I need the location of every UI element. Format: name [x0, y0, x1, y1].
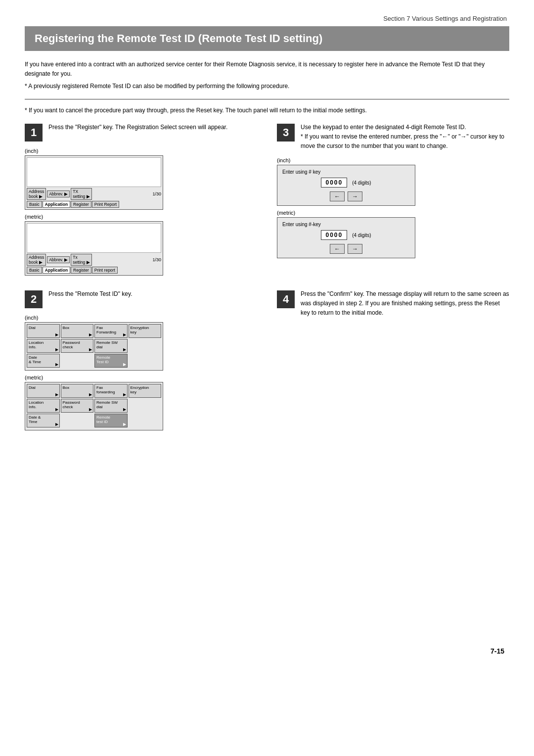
step-3-number: 3: [277, 124, 295, 142]
arrow-right-btn-metric[interactable]: →: [348, 244, 362, 254]
reg-register-tab: Register: [71, 201, 91, 208]
screen-label-metric-1: (metric): [25, 214, 257, 220]
reg-print-tab-m: Print report: [92, 267, 118, 274]
enter-label-metric: Enter using #-key: [282, 222, 410, 227]
digits-box-metric: 0000: [321, 230, 347, 240]
step-4-block: 4 Press the "Confirm" key. The message d…: [277, 289, 509, 434]
digits-desc-inch: (4 digits): [352, 180, 371, 186]
step-2-header: 2 Press the "Remote Test ID" key.: [25, 289, 257, 308]
app-cell-loc-m: LocationInfo.▶: [27, 399, 60, 413]
enter-screen-metric: Enter using #-key 0000 (4 digits) ← →: [277, 217, 415, 258]
reg-screen-inch-1: Addressbook ▶ Abbrev. ▶ TXsetting ▶ 1/30…: [25, 155, 163, 210]
reg-print-tab: Print Report: [92, 201, 119, 208]
app-cell-pwd-m: Passwordcheck▶: [61, 399, 94, 413]
intro-note: * A previously registered Remote Test ID…: [25, 82, 509, 91]
intro-paragraph: If you have entered into a contract with…: [25, 60, 509, 79]
step-2-block: 2 Press the "Remote Test ID" key. (inch)…: [25, 289, 257, 434]
app-cell-loc: LocationInfo.▶: [27, 339, 60, 353]
app-cell-remote-testid[interactable]: RemoteTest ID▶: [94, 354, 128, 368]
enter-label-inch: Enter using # key: [282, 169, 410, 175]
bottom-spacer: [25, 434, 509, 632]
app-cell-faxfwd: FaxForwarding▶: [94, 324, 128, 338]
app-cell-remote-sw-m: Remote SWdial▶: [94, 399, 128, 413]
digits-desc-metric: (4 digits): [352, 233, 371, 238]
step-1-screens: (inch) Addressbook ▶ Abbrev. ▶ TXsetting…: [25, 148, 257, 280]
reg-tabs-row: Basic Application Register Print Report: [27, 201, 161, 208]
reg-application-tab-m: Application: [43, 267, 70, 274]
app-cell-box: Box▶: [61, 324, 94, 338]
reg-abbrev-tab: Abbrev. ▶: [47, 190, 70, 197]
step-3-screens: (inch) Enter using # key 0000 (4 digits)…: [277, 157, 509, 262]
divider: [25, 99, 509, 99]
screen-label-metric-3: (metric): [277, 210, 509, 216]
app-cell-empty2: [61, 354, 94, 368]
reset-note: * If you want to cancel the procedure pa…: [25, 107, 509, 114]
reg-tx-tab-m: Txsetting ▶: [71, 254, 91, 266]
enter-digits-row-metric: 0000 (4 digits): [282, 230, 410, 240]
section-header: Section 7 Various Settings and Registrat…: [25, 15, 509, 22]
reg-application-tab: Application: [43, 201, 70, 208]
app-cell-box-m: Box▶: [61, 384, 94, 398]
step-1-desc: Press the "Register" key. The Registrati…: [48, 123, 227, 132]
arrow-btns-metric: ← →: [282, 244, 410, 254]
reg-register-tab-m: Register: [71, 267, 91, 274]
page-container: Section 7 Various Settings and Registrat…: [0, 0, 534, 756]
app-cell-remote-sw: Remote SWdial▶: [94, 339, 128, 353]
reg-addr-tab: Addressbook ▶: [27, 188, 46, 200]
section-header-text: Section 7 Various Settings and Registrat…: [383, 15, 507, 22]
step-3-header: 3 Use the keypad to enter the designated…: [277, 123, 509, 151]
step-3-note: * If you want to revise the entered numb…: [301, 133, 504, 149]
step-3-desc: Use the keypad to enter the designated 4…: [301, 123, 509, 151]
enter-digits-row-inch: 0000 (4 digits): [282, 178, 410, 188]
app-cell-dial-m: Dial▶: [27, 384, 60, 398]
reg-tx-tab: TXsetting ▶: [71, 188, 91, 200]
app-cell-empty3: [129, 354, 162, 368]
screen-label-inch-3: (inch): [277, 157, 509, 163]
step-4-header: 4 Press the "Confirm" key. The message d…: [277, 289, 509, 318]
reg-page: 1/30: [152, 191, 161, 196]
app-cell-date: Date& Time▶: [27, 354, 60, 368]
arrow-left-btn-inch[interactable]: ←: [330, 191, 345, 201]
step-2-number: 2: [25, 290, 43, 308]
arrow-btns-inch: ← →: [282, 191, 410, 201]
arrow-left-btn-metric[interactable]: ←: [330, 244, 345, 254]
steps-grid: 1 Press the "Register" key. The Registra…: [25, 123, 509, 434]
step-2-screens: (inch) Dial▶ Box▶ FaxForwarding▶ Encrypt…: [25, 315, 257, 434]
reg-basic-tab-m: Basic: [27, 267, 42, 274]
screen-label-inch-2: (inch): [25, 315, 257, 321]
app-screen-metric: Dial▶ Box▶ Faxforwarding▶ Encryptionkey …: [25, 382, 163, 430]
page-title: Registering the Remote Test ID (Remote T…: [25, 26, 509, 51]
step-2-desc: Press the "Remote Test ID" key.: [48, 289, 132, 299]
app-grid-metric: Dial▶ Box▶ Faxforwarding▶ Encryptionkey …: [27, 384, 161, 427]
step-3-block: 3 Use the keypad to enter the designated…: [277, 123, 509, 280]
reg-content-area-m: [27, 223, 161, 253]
step-4-desc: Press the "Confirm" key. The message dis…: [301, 289, 509, 318]
app-cell-date-m: Date &Time▶: [27, 414, 60, 427]
screen-label-metric-2: (metric): [25, 375, 257, 380]
reg-basic-tab: Basic: [27, 201, 42, 208]
enter-screen-inch: Enter using # key 0000 (4 digits) ← →: [277, 165, 415, 206]
reg-addr-tab-m: Addressbook ▶: [27, 254, 46, 266]
app-cell-remote-testid-m[interactable]: Remotetest ID▶: [94, 414, 128, 427]
step-4-number: 4: [277, 290, 295, 308]
reg-screen-metric-1: Addressbook ▶ Abbrev. ▶ Txsetting ▶ 1/30…: [25, 221, 163, 276]
digits-box-inch: 0000: [321, 178, 347, 188]
app-cell-faxfwd-m: Faxforwarding▶: [94, 384, 128, 398]
app-cell-empty1-m: [129, 399, 162, 413]
app-cell-empty2-m: [61, 414, 94, 427]
reg-page-m: 1/30: [152, 257, 161, 262]
app-cell-enc-m: Encryptionkey: [129, 384, 162, 398]
app-cell-pwd: Passwordcheck▶: [61, 339, 94, 353]
app-screen-inch: Dial▶ Box▶ FaxForwarding▶ Encryptionkey …: [25, 322, 163, 371]
screen-label-inch-1: (inch): [25, 148, 257, 154]
reg-abbrev-tab-m: Abbrev. ▶: [47, 256, 70, 263]
step-1-number: 1: [25, 124, 43, 142]
step-1-block: 1 Press the "Register" key. The Registra…: [25, 123, 257, 280]
reg-content-area: [27, 157, 161, 187]
app-cell-dial: Dial▶: [27, 324, 60, 338]
step-1-header: 1 Press the "Register" key. The Registra…: [25, 123, 257, 142]
app-cell-empty3-m: [129, 414, 162, 427]
app-grid-inch: Dial▶ Box▶ FaxForwarding▶ Encryptionkey …: [27, 324, 161, 368]
arrow-right-btn-inch[interactable]: →: [348, 191, 362, 201]
page-number: 7-15: [25, 647, 509, 655]
